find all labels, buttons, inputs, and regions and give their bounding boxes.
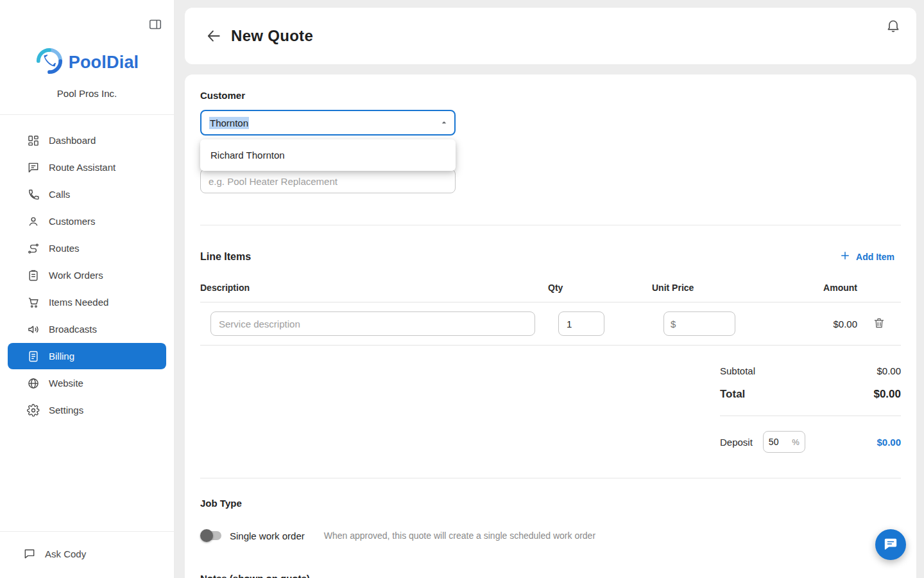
unit-price-input[interactable]: $ bbox=[663, 311, 735, 336]
dashboard-icon bbox=[27, 134, 40, 147]
sidebar-item-label: Broadcasts bbox=[49, 324, 97, 335]
sidebar-item-settings[interactable]: Settings bbox=[8, 397, 166, 423]
description-input[interactable] bbox=[210, 311, 535, 336]
delete-row-button[interactable] bbox=[857, 317, 901, 331]
line-items-header-row: Description Qty Unit Price Amount bbox=[200, 279, 901, 302]
sidebar-item-label: Calls bbox=[49, 189, 70, 200]
clipboard-icon bbox=[27, 269, 40, 282]
logo-wordmark: PoolDial bbox=[69, 53, 139, 73]
line-items-title: Line Items bbox=[200, 251, 251, 263]
deposit-amount: $0.00 bbox=[877, 437, 901, 448]
sidebar-item-label: Website bbox=[49, 378, 83, 389]
sidebar: PoolDial Pool Pros Inc. Dashboard Route … bbox=[0, 0, 175, 578]
sidebar-item-label: Items Needed bbox=[49, 297, 108, 308]
percent-suffix: % bbox=[792, 437, 800, 447]
subtotal-value: $0.00 bbox=[877, 365, 901, 376]
page-header: New Quote bbox=[185, 8, 916, 64]
customer-label: Customer bbox=[200, 90, 901, 101]
main-content: New Quote Customer Thornton Richard Thor… bbox=[175, 0, 924, 578]
bell-icon bbox=[886, 18, 901, 35]
qty-input[interactable] bbox=[558, 311, 604, 336]
sidebar-item-label: Work Orders bbox=[49, 270, 103, 281]
chevron-up-icon[interactable] bbox=[439, 118, 449, 128]
column-description: Description bbox=[200, 279, 548, 302]
page-title: New Quote bbox=[231, 27, 313, 45]
column-qty: Qty bbox=[548, 279, 652, 302]
trash-icon bbox=[873, 317, 886, 331]
ask-cody-button[interactable]: Ask Cody bbox=[8, 541, 166, 566]
job-type-description: When approved, this quote will create a … bbox=[324, 530, 595, 541]
assistant-chat-icon bbox=[27, 161, 40, 174]
unit-price-field[interactable] bbox=[680, 319, 724, 329]
customer-dropdown: Richard Thornton bbox=[200, 139, 456, 171]
globe-icon bbox=[27, 377, 40, 390]
route-icon bbox=[27, 242, 40, 255]
sidebar-item-website[interactable]: Website bbox=[8, 370, 166, 396]
cody-chat-icon bbox=[23, 547, 36, 560]
add-item-button[interactable]: Add Item bbox=[833, 245, 901, 268]
single-work-order-label: Single work order bbox=[230, 530, 305, 541]
notifications-button[interactable] bbox=[880, 13, 906, 39]
customer-option[interactable]: Richard Thornton bbox=[200, 144, 456, 166]
back-button[interactable] bbox=[205, 28, 222, 44]
plus-icon bbox=[839, 250, 851, 263]
sidebar-divider bbox=[0, 114, 174, 115]
amount-value: $0.00 bbox=[809, 319, 857, 329]
sidebar-item-label: Customers bbox=[49, 216, 96, 227]
sidebar-item-billing[interactable]: Billing bbox=[8, 343, 166, 369]
job-type-label: Job Type bbox=[200, 498, 901, 509]
broadcast-icon bbox=[27, 323, 40, 336]
deposit-label: Deposit bbox=[720, 437, 753, 448]
sidebar-item-label: Dashboard bbox=[49, 135, 96, 146]
new-quote-form: Customer Thornton Richard Thornton Line … bbox=[185, 74, 916, 578]
sidebar-item-broadcasts[interactable]: Broadcasts bbox=[8, 316, 166, 342]
column-unit-price: Unit Price bbox=[652, 279, 809, 302]
summary-divider bbox=[720, 416, 901, 416]
single-work-order-toggle[interactable] bbox=[200, 529, 223, 542]
collapse-sidebar-button[interactable] bbox=[148, 17, 162, 31]
job-type-row: Single work order When approved, this qu… bbox=[200, 529, 901, 542]
sidebar-item-label: Billing bbox=[49, 351, 74, 362]
sidebar-item-route-assistant[interactable]: Route Assistant bbox=[8, 154, 166, 180]
total-label: Total bbox=[720, 388, 745, 401]
sidebar-item-dashboard[interactable]: Dashboard bbox=[8, 127, 166, 153]
chat-bubble-icon bbox=[884, 537, 898, 553]
arrow-left-icon bbox=[205, 28, 222, 44]
collapse-sidebar-icon bbox=[148, 24, 162, 33]
customer-input-value: Thornton bbox=[209, 117, 249, 129]
currency-prefix: $ bbox=[671, 319, 676, 329]
quote-title-input[interactable] bbox=[200, 169, 456, 193]
deposit-input-group[interactable]: % bbox=[763, 431, 805, 453]
sidebar-item-customers[interactable]: Customers bbox=[8, 208, 166, 234]
section-divider bbox=[200, 478, 901, 478]
sidebar-item-routes[interactable]: Routes bbox=[8, 235, 166, 261]
phone-icon bbox=[27, 188, 40, 201]
chat-fab-button[interactable] bbox=[875, 529, 906, 560]
gear-icon bbox=[27, 404, 40, 417]
section-divider bbox=[200, 225, 901, 225]
company-name: Pool Pros Inc. bbox=[57, 88, 117, 99]
sidebar-nav: Dashboard Route Assistant Calls bbox=[0, 127, 174, 531]
sidebar-item-items-needed[interactable]: Items Needed bbox=[8, 289, 166, 315]
column-amount: Amount bbox=[809, 279, 857, 302]
person-icon bbox=[27, 215, 40, 228]
sidebar-item-work-orders[interactable]: Work Orders bbox=[8, 262, 166, 288]
cart-icon bbox=[27, 296, 40, 309]
add-item-label: Add Item bbox=[856, 252, 894, 262]
totals-summary: Subtotal $0.00 Total $0.00 Deposit % $0.… bbox=[720, 360, 901, 459]
line-item-row: $ $0.00 bbox=[200, 302, 901, 346]
toggle-knob bbox=[200, 529, 213, 542]
sidebar-item-label: Route Assistant bbox=[49, 162, 116, 173]
deposit-percent-input[interactable] bbox=[769, 437, 785, 447]
subtotal-label: Subtotal bbox=[720, 365, 755, 376]
sidebar-item-label: Routes bbox=[49, 243, 80, 254]
customer-input[interactable]: Thornton bbox=[200, 110, 456, 136]
total-value: $0.00 bbox=[873, 388, 901, 401]
sidebar-item-label: Settings bbox=[49, 405, 83, 416]
billing-icon bbox=[27, 350, 40, 363]
notes-label: Notes (shown on quote) bbox=[200, 573, 901, 578]
brand-block: PoolDial Pool Pros Inc. bbox=[0, 47, 174, 99]
pooldial-logo-icon bbox=[35, 47, 64, 78]
ask-cody-label: Ask Cody bbox=[45, 548, 86, 559]
sidebar-item-calls[interactable]: Calls bbox=[8, 181, 166, 207]
